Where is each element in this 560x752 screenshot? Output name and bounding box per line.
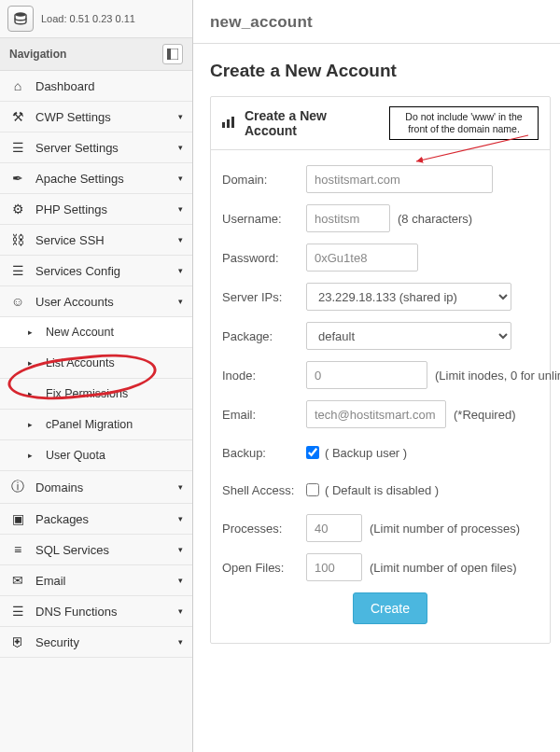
load-bar: Load: 0.51 0.23 0.11 bbox=[0, 0, 192, 38]
database-icon: ≡ bbox=[9, 542, 26, 557]
triangle-right-icon: ▸ bbox=[28, 358, 33, 368]
nav-item-apache-settings[interactable]: ✒Apache Settings▾ bbox=[0, 163, 192, 194]
hint-email: (*Required) bbox=[454, 408, 515, 422]
triangle-right-icon: ▸ bbox=[28, 327, 33, 337]
chevron-down-icon: ▾ bbox=[178, 606, 183, 616]
breadcrumb-title: new_account bbox=[210, 13, 543, 32]
gear-icon: ⚙ bbox=[9, 202, 26, 216]
package-select[interactable]: default bbox=[306, 322, 511, 350]
label-serverip: Server IPs: bbox=[222, 290, 306, 304]
shell-checkbox[interactable] bbox=[306, 483, 319, 496]
subnav-item-list-accounts[interactable]: ▸List Accounts bbox=[0, 348, 192, 379]
tools-icon: ⚒ bbox=[9, 109, 26, 124]
label-inode: Inode: bbox=[222, 369, 306, 383]
serverip-select[interactable]: 23.229.18.133 (shared ip) bbox=[306, 283, 511, 311]
nav-item-sql-services[interactable]: ≡SQL Services▾ bbox=[0, 535, 192, 565]
page-title: Create a New Account bbox=[210, 61, 551, 81]
create-account-panel: Create a New Account Do not include 'www… bbox=[210, 96, 551, 644]
triangle-right-icon: ▸ bbox=[28, 420, 33, 429]
chevron-down-icon: ▾ bbox=[178, 143, 183, 152]
processes-input[interactable] bbox=[306, 514, 362, 542]
subnav-label: Fix Permissions bbox=[46, 387, 128, 400]
hint-username: (8 characters) bbox=[398, 212, 472, 226]
nav-item-dns-functions[interactable]: ☰DNS Functions▾ bbox=[0, 596, 192, 627]
breadcrumb: new_account bbox=[193, 0, 560, 44]
label-files: Open Files: bbox=[222, 561, 306, 575]
chevron-down-icon: ▾ bbox=[178, 235, 183, 244]
nav-item-email[interactable]: ✉Email▾ bbox=[0, 565, 192, 596]
nav-title: Navigation bbox=[9, 48, 66, 61]
list-icon: ☰ bbox=[9, 263, 26, 278]
nav-list: ⌂Dashboard ⚒CWP Settings▾ ☰Server Settin… bbox=[0, 71, 192, 658]
home-icon: ⌂ bbox=[9, 78, 26, 93]
annotation-note: Do not include 'www' in the front of the… bbox=[389, 106, 539, 140]
label-shell: Shell Access: bbox=[222, 483, 306, 497]
label-password: Password: bbox=[222, 251, 306, 265]
content: Create a New Account Create a New Accoun… bbox=[193, 44, 560, 644]
subnav-item-fix-permissions[interactable]: ▸Fix Permissions bbox=[0, 379, 192, 410]
form: Domain: Username:(8 characters) Password… bbox=[211, 150, 550, 643]
chevron-down-icon: ▾ bbox=[178, 174, 183, 183]
user-icon: ☺ bbox=[9, 294, 26, 309]
chevron-down-icon: ▾ bbox=[178, 112, 183, 121]
label-domain: Domain: bbox=[222, 173, 306, 187]
nav-item-cwp-settings[interactable]: ⚒CWP Settings▾ bbox=[0, 102, 192, 132]
subnav-user-accounts: ▸New Account▸List Accounts▸Fix Permissio… bbox=[0, 317, 192, 471]
nav-layout-toggle[interactable] bbox=[162, 44, 183, 64]
svg-point-0 bbox=[15, 12, 26, 16]
subnav-item-user-quota[interactable]: ▸User Quota bbox=[0, 440, 192, 471]
email-input[interactable] bbox=[306, 400, 446, 428]
chevron-down-icon: ▾ bbox=[178, 297, 183, 306]
nav-item-server-settings[interactable]: ☰Server Settings▾ bbox=[0, 132, 192, 163]
nav-item-php-settings[interactable]: ⚙PHP Settings▾ bbox=[0, 194, 192, 225]
hint-procs: (Limit number of processes) bbox=[370, 522, 520, 536]
monitor-icon: ⛓ bbox=[9, 232, 26, 247]
svg-rect-2 bbox=[167, 49, 171, 60]
svg-rect-4 bbox=[227, 119, 230, 128]
chevron-down-icon: ▾ bbox=[178, 545, 183, 554]
subnav-label: cPanel Migration bbox=[46, 418, 133, 431]
layers-icon: ☰ bbox=[9, 604, 26, 619]
subnav-label: User Quota bbox=[46, 449, 105, 462]
label-package: Package: bbox=[222, 329, 306, 343]
chevron-down-icon: ▾ bbox=[178, 514, 183, 523]
nav-item-packages[interactable]: ▣Packages▾ bbox=[0, 504, 192, 535]
main: new_account Create a New Account Create … bbox=[193, 0, 560, 752]
bar-chart-icon bbox=[222, 117, 235, 131]
label-procs: Processes: bbox=[222, 522, 306, 536]
panel-header: Create a New Account Do not include 'www… bbox=[211, 97, 550, 150]
create-button[interactable]: Create bbox=[353, 592, 427, 624]
svg-rect-5 bbox=[231, 117, 234, 128]
shield-icon: ⛨ bbox=[9, 634, 26, 649]
chevron-down-icon: ▾ bbox=[178, 637, 183, 647]
chevron-down-icon: ▾ bbox=[178, 204, 183, 214]
openfiles-input[interactable] bbox=[306, 553, 362, 581]
hint-inode: (Limit inodes, 0 for unlimited) bbox=[435, 369, 560, 383]
domain-input[interactable] bbox=[306, 165, 493, 193]
subnav-item-cpanel-migration[interactable]: ▸cPanel Migration bbox=[0, 410, 192, 440]
nav-header: Navigation bbox=[0, 38, 192, 71]
server-icon: ☰ bbox=[9, 140, 26, 155]
inode-input[interactable] bbox=[306, 361, 427, 389]
nav-item-dashboard[interactable]: ⌂Dashboard bbox=[0, 71, 192, 102]
database-icon[interactable] bbox=[7, 6, 34, 32]
chevron-down-icon: ▾ bbox=[178, 266, 183, 275]
box-icon: ▣ bbox=[9, 511, 26, 526]
load-text: Load: 0.51 0.23 0.11 bbox=[41, 13, 135, 24]
text-backup: ( Backup user ) bbox=[325, 446, 407, 460]
nav-item-security[interactable]: ⛨Security▾ bbox=[0, 627, 192, 658]
backup-checkbox[interactable] bbox=[306, 446, 319, 459]
hint-files: (Limit number of open files) bbox=[370, 561, 517, 575]
nav-item-services-config[interactable]: ☰Services Config▾ bbox=[0, 256, 192, 286]
password-input[interactable] bbox=[306, 244, 418, 272]
columns-icon bbox=[167, 49, 178, 60]
triangle-right-icon: ▸ bbox=[28, 451, 33, 460]
nav-item-domains[interactable]: ⓘDomains▾ bbox=[0, 471, 192, 504]
nav-item-service-ssh[interactable]: ⛓Service SSH▾ bbox=[0, 225, 192, 256]
subnav-item-new-account[interactable]: ▸New Account bbox=[0, 317, 192, 348]
globe-icon: ⓘ bbox=[9, 479, 26, 495]
chevron-down-icon: ▾ bbox=[178, 482, 183, 492]
label-email: Email: bbox=[222, 408, 306, 422]
nav-item-user-accounts[interactable]: ☺User Accounts▾ bbox=[0, 286, 192, 317]
username-input[interactable] bbox=[306, 204, 390, 232]
